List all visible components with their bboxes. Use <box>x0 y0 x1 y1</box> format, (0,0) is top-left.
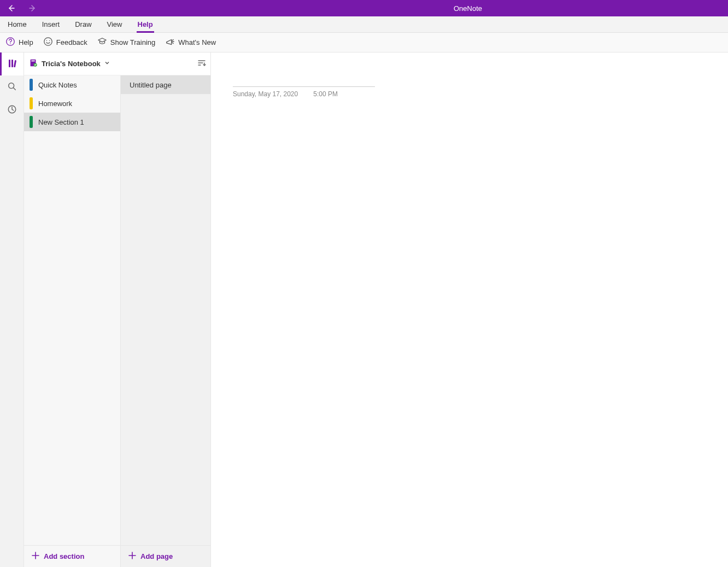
tab-help[interactable]: Help <box>130 16 161 32</box>
training-icon <box>97 37 107 48</box>
forward-arrow-icon[interactable] <box>28 4 37 13</box>
add-section-label: Add section <box>44 552 84 560</box>
plus-icon <box>128 552 136 561</box>
recent-icon <box>7 104 17 116</box>
main-area: Tricia's Notebook Quick Notes Homework <box>0 52 728 567</box>
feedback-label: Feedback <box>56 38 87 46</box>
section-list: Quick Notes Homework New Section 1 <box>24 75 121 545</box>
plus-icon <box>32 552 39 561</box>
section-label: Homework <box>38 100 72 108</box>
svg-rect-11 <box>31 61 34 62</box>
section-color-swatch <box>30 116 33 128</box>
page-time: 5:00 PM <box>313 90 338 98</box>
rail-search[interactable] <box>0 75 24 98</box>
page-title-input[interactable] <box>233 69 375 87</box>
notebook-icon <box>28 58 38 69</box>
notebooks-icon <box>7 58 18 71</box>
nav-footer: Add section Add page <box>24 545 210 567</box>
notebook-header[interactable]: Tricia's Notebook <box>24 52 210 75</box>
show-training-button[interactable]: Show Training <box>97 37 155 48</box>
page-date: Sunday, May 17, 2020 <box>233 90 298 98</box>
tab-label: View <box>107 20 122 28</box>
help-label: Help <box>19 38 33 46</box>
tab-home[interactable]: Home <box>0 16 34 32</box>
rail-notebooks[interactable] <box>0 52 24 75</box>
help-icon <box>5 37 15 48</box>
svg-rect-5 <box>9 60 10 67</box>
notebook-title: Tricia's Notebook <box>42 60 101 68</box>
tab-label: Insert <box>42 20 60 28</box>
section-label: Quick Notes <box>38 81 77 89</box>
page-item-untitled[interactable]: Untitled page <box>121 75 210 94</box>
section-label: New Section 1 <box>38 118 84 126</box>
feedback-button[interactable]: Feedback <box>43 37 87 48</box>
sort-icon[interactable] <box>197 59 206 69</box>
tab-view[interactable]: View <box>99 16 130 32</box>
tab-insert[interactable]: Insert <box>34 16 68 32</box>
chevron-down-icon <box>104 60 110 68</box>
tab-draw[interactable]: Draw <box>67 16 99 32</box>
rail-recent[interactable] <box>0 98 24 121</box>
tab-label: Help <box>138 20 153 28</box>
whats-new-label: What's New <box>178 38 216 46</box>
section-item-homework[interactable]: Homework <box>24 94 120 113</box>
svg-point-1 <box>10 43 10 44</box>
section-color-swatch <box>30 97 33 109</box>
megaphone-icon <box>165 37 175 48</box>
feedback-icon <box>43 37 53 48</box>
help-button[interactable]: Help <box>5 37 33 48</box>
search-icon <box>7 81 17 93</box>
svg-point-4 <box>49 40 50 40</box>
svg-point-3 <box>46 40 46 40</box>
whats-new-button[interactable]: What's New <box>165 37 216 48</box>
training-label: Show Training <box>110 38 155 46</box>
tab-label: Home <box>8 20 27 28</box>
svg-rect-6 <box>11 60 13 67</box>
add-section-button[interactable]: Add section <box>24 546 121 567</box>
back-arrow-icon[interactable] <box>7 4 15 13</box>
menu-bar: Home Insert Draw View Help <box>0 16 728 33</box>
app-title: OneNote <box>246 4 482 13</box>
title-bar: OneNote <box>0 0 728 16</box>
add-page-button[interactable]: Add page <box>121 546 210 567</box>
svg-point-8 <box>8 83 14 88</box>
page-list: Untitled page <box>121 75 210 545</box>
svg-point-2 <box>44 38 52 45</box>
page-canvas[interactable]: Sunday, May 17, 2020 5:00 PM <box>211 52 728 567</box>
section-color-swatch <box>30 79 33 91</box>
tab-label: Draw <box>75 20 91 28</box>
svg-rect-7 <box>14 60 16 67</box>
add-page-label: Add page <box>140 552 173 560</box>
page-label: Untitled page <box>130 81 172 89</box>
nav-panel: Tricia's Notebook Quick Notes Homework <box>24 52 211 567</box>
section-item-quick-notes[interactable]: Quick Notes <box>24 75 120 94</box>
ribbon: Help Feedback Show Training What's New <box>0 33 728 52</box>
icon-rail <box>0 52 24 567</box>
section-item-new-section-1[interactable]: New Section 1 <box>24 113 120 131</box>
